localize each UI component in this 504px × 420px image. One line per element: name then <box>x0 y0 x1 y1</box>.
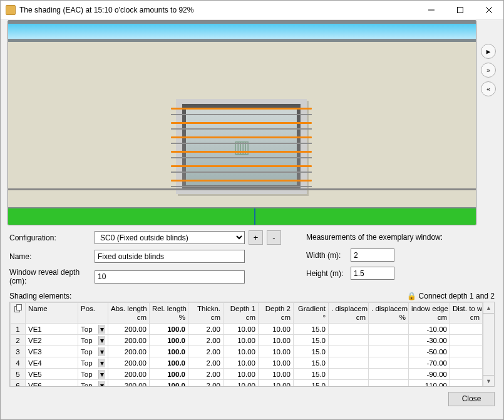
cell-th[interactable]: 2.00 <box>188 357 224 369</box>
cell-name[interactable]: VE6 <box>26 380 78 387</box>
cell-abs[interactable]: 200.00 <box>108 324 150 335</box>
cell-name[interactable]: VE3 <box>26 346 78 357</box>
cell-we[interactable]: -110.00 <box>409 380 450 387</box>
col-header[interactable]: . displacem.cm <box>329 303 369 324</box>
cell-d1[interactable]: 10.00 <box>224 346 259 357</box>
cell-abs[interactable]: 200.00 <box>108 346 150 357</box>
cell-dw[interactable] <box>450 346 483 357</box>
cell-name[interactable]: VE2 <box>26 335 78 346</box>
row-number[interactable]: 1 <box>11 324 26 335</box>
cell-th[interactable]: 2.00 <box>188 335 224 346</box>
cell-dw[interactable] <box>450 380 483 387</box>
row-number[interactable]: 6 <box>11 380 26 387</box>
remove-config-button[interactable]: - <box>267 230 281 245</box>
copy-column-header[interactable] <box>11 303 26 324</box>
chevron-down-icon[interactable]: ▾ <box>98 381 105 387</box>
maximize-button[interactable] <box>446 1 475 19</box>
row-number[interactable]: 3 <box>11 346 26 357</box>
cell-d2[interactable]: 10.00 <box>259 357 294 369</box>
cell-d1[interactable]: 10.00 <box>224 324 259 335</box>
fast-forward-button[interactable]: » <box>481 63 496 78</box>
shading-table[interactable]: Name Pos. Abs. lengthcmRel. length%Thick… <box>9 302 495 387</box>
col-header[interactable]: Pos. <box>78 303 108 324</box>
cell-dc[interactable] <box>329 369 369 380</box>
cell-d1[interactable]: 10.00 <box>224 380 259 387</box>
chevron-down-icon[interactable]: ▾ <box>98 347 105 356</box>
cell-rel[interactable]: 100.0 <box>150 324 188 335</box>
col-header[interactable]: indow edgecm <box>409 303 450 324</box>
cell-d1[interactable]: 10.00 <box>224 357 259 369</box>
cell-pos[interactable]: Top▾ <box>78 346 108 357</box>
row-number[interactable]: 2 <box>11 335 26 346</box>
3d-viewport[interactable] <box>8 20 476 225</box>
cell-we[interactable]: -90.00 <box>409 369 450 380</box>
cell-d2[interactable]: 10.00 <box>259 380 294 387</box>
cell-dw[interactable] <box>450 324 483 335</box>
cell-pos[interactable]: Top▾ <box>78 369 108 380</box>
cell-gr[interactable]: 15.0 <box>294 369 329 380</box>
cell-gr[interactable]: 15.0 <box>294 335 329 346</box>
cell-rel[interactable]: 100.0 <box>150 380 188 387</box>
cell-we[interactable]: -10.00 <box>409 324 450 335</box>
cell-d1[interactable]: 10.00 <box>224 369 259 380</box>
cell-th[interactable]: 2.00 <box>188 324 224 335</box>
chevron-down-icon[interactable]: ▾ <box>98 370 105 379</box>
minimize-button[interactable] <box>417 1 446 19</box>
cell-abs[interactable]: 200.00 <box>108 369 150 380</box>
cell-gr[interactable]: 15.0 <box>294 357 329 369</box>
name-field[interactable] <box>95 250 245 263</box>
scroll-up-button[interactable]: ▲ <box>483 302 494 314</box>
table-row[interactable]: 3VE3Top▾200.00100.02.0010.0010.0015.0-50… <box>11 346 483 357</box>
col-header[interactable]: Thickn.cm <box>188 303 224 324</box>
table-row[interactable]: 4VE4Top▾200.00100.02.0010.0010.0015.0-70… <box>11 357 483 369</box>
cell-d2[interactable]: 10.00 <box>259 335 294 346</box>
cell-gr[interactable]: 15.0 <box>294 324 329 335</box>
cell-abs[interactable]: 200.00 <box>108 357 150 369</box>
cell-we[interactable]: -70.00 <box>409 357 450 369</box>
col-header[interactable]: Name <box>26 303 78 324</box>
cell-name[interactable]: VE5 <box>26 369 78 380</box>
cell-dw[interactable] <box>450 335 483 346</box>
col-header[interactable]: Depth 1cm <box>224 303 259 324</box>
col-header[interactable]: . displacem.% <box>369 303 409 324</box>
reveal-depth-field[interactable] <box>95 270 245 284</box>
cell-d2[interactable]: 10.00 <box>259 324 294 335</box>
row-number[interactable]: 5 <box>11 369 26 380</box>
table-row[interactable]: 1VE1Top▾200.00100.02.0010.0010.0015.0-10… <box>11 324 483 335</box>
cell-dp[interactable] <box>369 346 409 357</box>
chevron-down-icon[interactable]: ▾ <box>98 325 105 334</box>
col-header[interactable]: Gradient° <box>294 303 329 324</box>
cell-th[interactable]: 2.00 <box>188 369 224 380</box>
cell-dp[interactable] <box>369 324 409 335</box>
cell-rel[interactable]: 100.0 <box>150 357 188 369</box>
cell-th[interactable]: 2.00 <box>188 346 224 357</box>
chevron-down-icon[interactable]: ▾ <box>98 336 105 345</box>
add-config-button[interactable]: + <box>249 230 263 245</box>
cell-pos[interactable]: Top▾ <box>78 380 108 387</box>
cell-d2[interactable]: 10.00 <box>259 346 294 357</box>
col-header[interactable]: Abs. lengthcm <box>108 303 150 324</box>
table-row[interactable]: 2VE2Top▾200.00100.02.0010.0010.0015.0-30… <box>11 335 483 346</box>
close-window-button[interactable] <box>475 1 503 19</box>
cell-dp[interactable] <box>369 335 409 346</box>
cell-dw[interactable] <box>450 357 483 369</box>
timeline-strip[interactable] <box>8 207 476 225</box>
table-scrollbar[interactable]: ▲ ▼ <box>483 302 494 386</box>
cell-name[interactable]: VE1 <box>26 324 78 335</box>
cell-we[interactable]: -30.00 <box>409 335 450 346</box>
cell-rel[interactable]: 100.0 <box>150 346 188 357</box>
col-header[interactable]: Depth 2cm <box>259 303 294 324</box>
cell-th[interactable]: 2.00 <box>188 380 224 387</box>
config-select[interactable]: SC0 (Fixed outside blinds) <box>95 231 245 244</box>
row-number[interactable]: 4 <box>11 357 26 369</box>
cell-d1[interactable]: 10.00 <box>224 335 259 346</box>
cell-pos[interactable]: Top▾ <box>78 357 108 369</box>
col-header[interactable]: Rel. length% <box>150 303 188 324</box>
cell-pos[interactable]: Top▾ <box>78 335 108 346</box>
cell-gr[interactable]: 15.0 <box>294 346 329 357</box>
table-row[interactable]: 5VE5Top▾200.00100.02.0010.0010.0015.0-90… <box>11 369 483 380</box>
cell-dw[interactable] <box>450 369 483 380</box>
chevron-down-icon[interactable]: ▾ <box>98 359 105 367</box>
close-button[interactable]: Close <box>448 392 495 406</box>
rewind-button[interactable]: « <box>481 81 496 96</box>
